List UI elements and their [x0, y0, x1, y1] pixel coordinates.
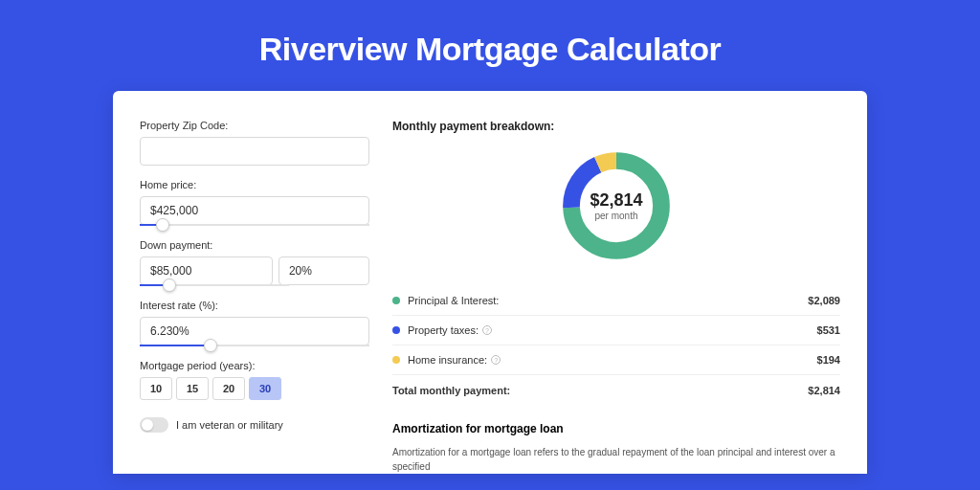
interest-slider-thumb[interactable] — [204, 339, 217, 352]
donut-amount: $2,814 — [590, 190, 642, 211]
legend-label: Property taxes:? — [408, 324, 817, 336]
period-label: Mortgage period (years): — [140, 360, 369, 371]
donut-chart: $2,814 per month — [557, 146, 676, 265]
home-price-label: Home price: — [140, 179, 369, 190]
zip-field-group: Property Zip Code: — [140, 120, 369, 166]
legend-dot — [392, 356, 400, 364]
legend-row: Property taxes:?$531 — [392, 316, 840, 345]
info-icon[interactable]: ? — [482, 325, 492, 335]
amortization-title: Amortization for mortgage loan — [392, 422, 840, 435]
calculator-card: Property Zip Code: Home price: Down paym… — [113, 91, 867, 474]
interest-input[interactable] — [140, 317, 369, 345]
down-payment-pct-input[interactable] — [278, 256, 369, 285]
legend-label: Home insurance:? — [408, 354, 817, 366]
legend-value: $531 — [817, 324, 840, 336]
down-payment-field-group: Down payment: — [140, 239, 369, 286]
legend: Principal & Interest:$2,089Property taxe… — [392, 286, 840, 375]
interest-label: Interest rate (%): — [140, 300, 369, 311]
info-icon[interactable]: ? — [491, 355, 501, 365]
period-field-group: Mortgage period (years): 10152030 — [140, 360, 369, 400]
amortization-section: Amortization for mortgage loan Amortizat… — [392, 422, 840, 474]
total-label: Total monthly payment: — [392, 385, 808, 396]
veteran-label: I am veteran or military — [176, 419, 283, 431]
period-tab-10[interactable]: 10 — [140, 377, 172, 400]
down-payment-label: Down payment: — [140, 239, 369, 251]
legend-dot — [392, 326, 400, 334]
donut-chart-wrap: $2,814 per month — [392, 146, 840, 265]
donut-sub: per month — [594, 211, 637, 221]
legend-value: $2,089 — [808, 295, 840, 306]
zip-input[interactable] — [140, 137, 369, 166]
page-title: Riverview Mortgage Calculator — [0, 0, 980, 91]
legend-dot — [392, 297, 400, 304]
interest-field-group: Interest rate (%): — [140, 300, 369, 346]
home-price-input[interactable] — [140, 196, 369, 225]
zip-label: Property Zip Code: — [140, 120, 369, 131]
legend-row: Home insurance:?$194 — [392, 345, 840, 375]
period-tab-30[interactable]: 30 — [249, 377, 281, 400]
home-price-field-group: Home price: — [140, 179, 369, 226]
veteran-toggle-knob — [142, 419, 153, 431]
total-row: Total monthly payment: $2,814 — [392, 375, 840, 405]
home-price-slider-thumb[interactable] — [156, 218, 169, 232]
legend-value: $194 — [817, 354, 840, 366]
home-price-slider[interactable] — [140, 224, 369, 226]
down-payment-input[interactable] — [140, 256, 273, 285]
period-tabs: 10152030 — [140, 377, 369, 400]
period-tab-15[interactable]: 15 — [176, 377, 209, 400]
down-payment-slider[interactable] — [140, 284, 289, 286]
period-tab-20[interactable]: 20 — [212, 377, 245, 400]
veteran-toggle-row: I am veteran or military — [140, 417, 369, 433]
breakdown-title: Monthly payment breakdown: — [392, 120, 840, 133]
down-payment-slider-thumb[interactable] — [163, 278, 176, 292]
total-value: $2,814 — [808, 385, 840, 396]
veteran-toggle[interactable] — [140, 417, 168, 433]
legend-label: Principal & Interest: — [408, 295, 808, 306]
breakdown-column: Monthly payment breakdown: $2,814 per mo… — [392, 120, 840, 474]
interest-slider[interactable] — [140, 345, 369, 346]
legend-row: Principal & Interest:$2,089 — [392, 286, 840, 316]
inputs-column: Property Zip Code: Home price: Down paym… — [140, 120, 369, 474]
amortization-text: Amortization for a mortgage loan refers … — [392, 445, 840, 474]
